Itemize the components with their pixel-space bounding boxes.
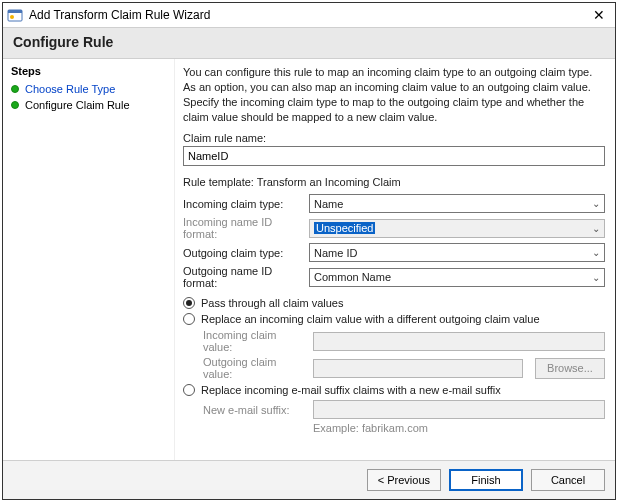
chevron-down-icon: ⌄ [592, 198, 600, 209]
browse-button: Browse... [535, 358, 605, 379]
new-email-suffix-input [313, 400, 605, 419]
svg-rect-1 [8, 10, 22, 13]
window-title: Add Transform Claim Rule Wizard [29, 8, 210, 22]
step-bullet-icon [11, 85, 19, 93]
previous-button[interactable]: < Previous [367, 469, 441, 491]
incoming-name-id-format-label: Incoming name ID format: [183, 216, 303, 240]
outgoing-claim-type-combo[interactable]: Name ID ⌄ [309, 243, 605, 262]
finish-button[interactable]: Finish [449, 469, 523, 491]
step-choose-rule-type[interactable]: Choose Rule Type [11, 81, 166, 97]
radio-icon [183, 297, 195, 309]
new-email-suffix-label: New e-mail suffix: [203, 404, 307, 416]
incoming-claim-value-label: Incoming claim value: [203, 329, 307, 353]
radio-icon [183, 313, 195, 325]
claim-value-option-group: Pass through all claim values Replace an… [183, 297, 605, 434]
incoming-claim-type-combo[interactable]: Name ⌄ [309, 194, 605, 213]
claim-rule-name-label: Claim rule name: [183, 132, 605, 144]
titlebar: Add Transform Claim Rule Wizard ✕ [3, 3, 615, 27]
incoming-name-id-format-combo: Unspecified ⌄ [309, 219, 605, 238]
email-suffix-example: Example: fabrikam.com [313, 422, 605, 434]
combo-value: Common Name [314, 271, 391, 283]
step-bullet-icon [11, 101, 19, 109]
step-label: Configure Claim Rule [25, 99, 130, 111]
radio-replace-suffix[interactable]: Replace incoming e-mail suffix claims wi… [183, 384, 605, 396]
radio-label: Replace incoming e-mail suffix claims wi… [201, 384, 501, 396]
outgoing-claim-value-label: Outgoing claim value: [203, 356, 307, 380]
wizard-icon [7, 7, 23, 23]
claim-rule-name-input[interactable] [183, 146, 605, 166]
outgoing-claim-value-input [313, 359, 523, 378]
step-configure-claim-rule[interactable]: Configure Claim Rule [11, 97, 166, 113]
combo-value: Unspecified [314, 222, 375, 234]
outgoing-name-id-format-label: Outgoing name ID format: [183, 265, 303, 289]
outgoing-claim-type-label: Outgoing claim type: [183, 247, 303, 259]
svg-point-2 [10, 15, 14, 19]
radio-label: Replace an incoming claim value with a d… [201, 313, 540, 325]
steps-header: Steps [11, 65, 166, 77]
incoming-claim-type-label: Incoming claim type: [183, 198, 303, 210]
radio-icon [183, 384, 195, 396]
radio-replace-value[interactable]: Replace an incoming claim value with a d… [183, 313, 605, 325]
chevron-down-icon: ⌄ [592, 272, 600, 283]
description-text: You can configure this rule to map an in… [183, 65, 605, 124]
outgoing-name-id-format-combo[interactable]: Common Name ⌄ [309, 268, 605, 287]
combo-value: Name [314, 198, 343, 210]
footer-buttons: < Previous Finish Cancel [3, 460, 615, 499]
page-title: Configure Rule [3, 27, 615, 59]
dialog-window: Add Transform Claim Rule Wizard ✕ Config… [2, 2, 616, 500]
chevron-down-icon: ⌄ [592, 223, 600, 234]
radio-label: Pass through all claim values [201, 297, 343, 309]
main-panel: You can configure this rule to map an in… [175, 59, 615, 460]
step-label: Choose Rule Type [25, 83, 115, 95]
close-icon[interactable]: ✕ [587, 7, 611, 23]
rule-template-label: Rule template: Transform an Incoming Cla… [183, 176, 605, 188]
combo-value: Name ID [314, 247, 357, 259]
steps-sidebar: Steps Choose Rule Type Configure Claim R… [3, 59, 175, 460]
incoming-claim-value-input [313, 332, 605, 351]
chevron-down-icon: ⌄ [592, 247, 600, 258]
cancel-button[interactable]: Cancel [531, 469, 605, 491]
body: Steps Choose Rule Type Configure Claim R… [3, 59, 615, 460]
radio-pass-through[interactable]: Pass through all claim values [183, 297, 605, 309]
